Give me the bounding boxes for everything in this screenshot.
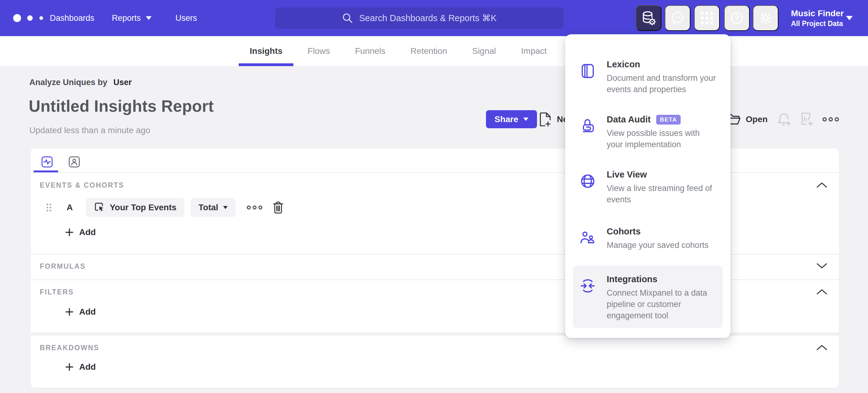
row-more-options-icon[interactable] xyxy=(247,205,262,210)
menu-item-lexicon[interactable]: Lexicon Document and transform your even… xyxy=(573,55,722,109)
caret-down-icon xyxy=(523,117,528,121)
nav-item-reports[interactable]: Reports xyxy=(112,0,152,36)
plus-icon xyxy=(65,228,74,236)
svg-text:?: ? xyxy=(735,14,739,22)
add-breakdown-button[interactable]: Add xyxy=(65,362,96,372)
tab-flows[interactable]: Flows xyxy=(301,36,337,66)
search-icon xyxy=(342,12,353,24)
more-dots-icon xyxy=(822,117,839,122)
breakdowns-card: BREAKDOWNS Add xyxy=(31,336,839,388)
formulas-label: FORMULAS xyxy=(40,262,86,271)
project-caret-icon xyxy=(846,16,853,20)
event-selector-chip[interactable]: Your Top Events xyxy=(86,198,184,217)
alert-subscribe-button[interactable] xyxy=(776,110,792,128)
breakdowns-collapse-chevron-up[interactable] xyxy=(815,342,829,353)
metric-value: Total xyxy=(198,203,218,213)
data-audit-lock-icon xyxy=(580,118,596,134)
analyze-value[interactable]: User xyxy=(114,78,132,87)
formulas-expand-chevron-down[interactable] xyxy=(815,261,829,271)
lexicon-book-icon xyxy=(580,63,596,79)
nav-item-users[interactable]: Users xyxy=(176,0,197,36)
integrations-sync-icon xyxy=(580,278,596,294)
menu-item-live-view[interactable]: Live View View a live streaming feed of … xyxy=(573,165,722,219)
project-scope: All Project Data xyxy=(791,19,844,28)
help-button[interactable]: ? xyxy=(724,5,750,31)
report-title: Untitled Insights Report xyxy=(29,97,214,115)
events-collapse-chevron-up[interactable] xyxy=(815,180,829,190)
view-insights-chart-tab[interactable] xyxy=(39,154,55,170)
breakdowns-label: BREAKDOWNS xyxy=(40,344,99,352)
live-view-globe-icon xyxy=(580,173,596,189)
plus-icon xyxy=(65,363,74,371)
drag-handle[interactable] xyxy=(46,203,52,213)
project-name: Music Finder xyxy=(791,8,844,19)
events-cohorts-label: EVENTS & COHORTS xyxy=(40,181,124,190)
add-to-board-button[interactable] xyxy=(799,110,815,128)
menu-item-integrations[interactable]: Integrations Connect Mixpanel to a data … xyxy=(573,266,722,328)
project-switcher[interactable]: Music Finder All Project Data xyxy=(791,0,844,36)
pulse-chart-icon xyxy=(41,156,53,168)
search-placeholder: Search Dashboards & Reports ⌘K xyxy=(359,13,497,23)
chart-add-icon xyxy=(799,111,815,127)
query-row-a: A Your Top Events Total xyxy=(46,198,284,217)
analyze-label: Analyze Uniques by xyxy=(29,78,107,87)
feedback-button[interactable] xyxy=(665,5,690,31)
mixpanel-logo[interactable] xyxy=(13,13,50,23)
event-name: Your Top Events xyxy=(110,203,176,213)
grid-icon xyxy=(700,11,714,25)
menu-item-cohorts[interactable]: Cohorts Manage your saved cohorts xyxy=(573,222,722,266)
profile-card-icon xyxy=(68,156,80,168)
cohorts-people-icon xyxy=(580,230,596,246)
updated-timestamp: Updated less than a minute ago xyxy=(29,125,150,135)
caret-down-icon xyxy=(146,16,152,20)
beta-badge: BETA xyxy=(656,115,681,124)
tab-insights[interactable]: Insights xyxy=(243,36,289,66)
menu-item-data-audit[interactable]: Data Audit BETA View possible issues wit… xyxy=(573,110,722,164)
open-report-button[interactable]: Open xyxy=(725,110,768,128)
add-event-button[interactable]: Add xyxy=(65,227,96,237)
tab-signal[interactable]: Signal xyxy=(465,36,503,66)
filters-collapse-chevron-up[interactable] xyxy=(815,286,829,297)
top-nav: Dashboards Reports Users Search Dashboar… xyxy=(0,0,868,36)
settings-button[interactable] xyxy=(753,5,778,31)
share-button[interactable]: Share xyxy=(486,110,537,128)
gear-icon xyxy=(758,10,773,26)
help-icon: ? xyxy=(730,11,744,25)
tab-retention[interactable]: Retention xyxy=(404,36,454,66)
metric-selector-chip[interactable]: Total xyxy=(190,198,236,217)
data-management-button[interactable] xyxy=(636,5,661,31)
tab-impact[interactable]: Impact xyxy=(515,36,554,66)
view-profiles-tab[interactable] xyxy=(66,154,82,170)
search-input[interactable]: Search Dashboards & Reports ⌘K xyxy=(275,7,564,29)
bell-add-icon xyxy=(776,111,792,127)
plus-icon xyxy=(65,308,74,316)
nav-item-dashboards[interactable]: Dashboards xyxy=(50,0,94,36)
event-picker-icon xyxy=(94,202,105,213)
caret-down-icon xyxy=(223,206,228,209)
database-gear-icon xyxy=(641,10,656,26)
more-options-button[interactable] xyxy=(822,110,839,128)
delete-row-trash-icon[interactable] xyxy=(272,201,284,214)
tab-funnels[interactable]: Funnels xyxy=(348,36,392,66)
report-tabbar: Insights Flows Funnels Retention Signal … xyxy=(0,36,868,66)
analyze-by-row: Analyze Uniques by User xyxy=(29,78,132,87)
filters-label: FILTERS xyxy=(40,288,74,296)
new-report-icon xyxy=(538,112,552,127)
row-letter: A xyxy=(66,203,74,213)
data-management-menu: Lexicon Document and transform your even… xyxy=(565,34,731,338)
feedback-bubble-icon xyxy=(670,11,685,25)
add-filter-button[interactable]: Add xyxy=(65,307,96,317)
apps-grid-button[interactable] xyxy=(694,5,720,31)
